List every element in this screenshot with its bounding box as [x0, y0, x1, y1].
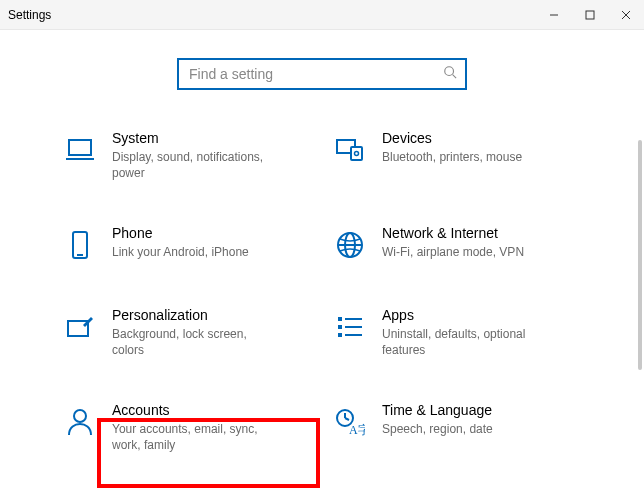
tile-label: Devices [382, 130, 522, 147]
tile-desc: Wi-Fi, airplane mode, VPN [382, 244, 524, 260]
svg-point-4 [445, 67, 454, 76]
tile-label: Personalization [112, 307, 282, 324]
tile-personalization[interactable]: Personalization Background, lock screen,… [62, 307, 312, 358]
maximize-button[interactable] [572, 0, 608, 30]
titlebar: Settings [0, 0, 644, 30]
svg-rect-21 [338, 333, 342, 337]
tile-phone[interactable]: Phone Link your Android, iPhone [62, 225, 312, 263]
tile-desc: Display, sound, notifications, power [112, 149, 282, 181]
svg-text:A字: A字 [349, 423, 365, 436]
tile-system[interactable]: System Display, sound, notifications, po… [62, 130, 312, 181]
minimize-button[interactable] [536, 0, 572, 30]
tile-network[interactable]: Network & Internet Wi-Fi, airplane mode,… [332, 225, 582, 263]
tile-desc: Your accounts, email, sync, work, family [112, 421, 282, 453]
tile-accounts[interactable]: Accounts Your accounts, email, sync, wor… [62, 402, 312, 453]
tile-label: Apps [382, 307, 552, 324]
tile-label: Time & Language [382, 402, 493, 419]
svg-rect-9 [351, 147, 362, 160]
settings-grid: System Display, sound, notifications, po… [52, 130, 592, 454]
svg-line-26 [345, 418, 349, 420]
tile-time-language[interactable]: A字 Time & Language Speech, region, date [332, 402, 582, 453]
tile-label: Accounts [112, 402, 282, 419]
window-controls [536, 0, 644, 30]
svg-line-5 [453, 75, 457, 79]
tile-label: Phone [112, 225, 249, 242]
tile-desc: Bluetooth, printers, mouse [382, 149, 522, 165]
phone-icon [62, 227, 98, 263]
tile-desc: Background, lock screen, colors [112, 326, 282, 358]
person-icon [62, 404, 98, 440]
svg-rect-1 [586, 11, 594, 19]
svg-rect-17 [338, 317, 342, 321]
laptop-icon [62, 132, 98, 168]
time-language-icon: A字 [332, 404, 368, 440]
search-input[interactable] [187, 65, 443, 83]
tile-label: System [112, 130, 282, 147]
scrollbar[interactable] [638, 140, 642, 370]
window-title: Settings [8, 8, 51, 22]
tile-desc: Link your Android, iPhone [112, 244, 249, 260]
svg-rect-19 [338, 325, 342, 329]
search-area [0, 30, 644, 110]
svg-rect-6 [69, 140, 91, 155]
svg-point-23 [74, 410, 86, 422]
search-icon [443, 65, 457, 83]
paint-icon [62, 309, 98, 345]
globe-icon [332, 227, 368, 263]
tile-devices[interactable]: Devices Bluetooth, printers, mouse [332, 130, 582, 181]
devices-icon [332, 132, 368, 168]
tile-label: Network & Internet [382, 225, 524, 242]
search-box[interactable] [177, 58, 467, 90]
list-icon [332, 309, 368, 345]
tile-desc: Speech, region, date [382, 421, 493, 437]
close-button[interactable] [608, 0, 644, 30]
tile-apps[interactable]: Apps Uninstall, defaults, optional featu… [332, 307, 582, 358]
tile-desc: Uninstall, defaults, optional features [382, 326, 552, 358]
